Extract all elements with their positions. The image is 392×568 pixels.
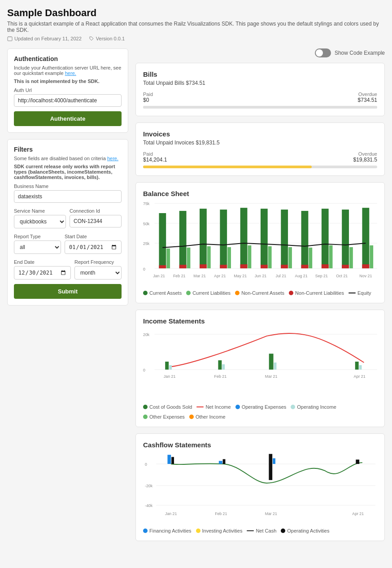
service-name-select[interactable]: quickbooks — [14, 215, 66, 228]
business-name-label: Business Name — [14, 184, 122, 189]
bills-card: Bills Total Unpaid Bills $734.51 Paid $0… — [135, 63, 385, 116]
bills-overdue: Overdue $734.51 — [358, 92, 377, 103]
code-toggle[interactable] — [315, 48, 331, 57]
start-date-input[interactable] — [65, 240, 122, 254]
start-date-col: Start Date — [65, 230, 122, 254]
bills-total: Total Unpaid Bills $734.51 — [143, 80, 377, 86]
invoices-paid-overdue: Paid $14,204.1 Overdue $19,831.5 — [143, 151, 377, 163]
svg-text:Apr 21: Apr 21 — [214, 274, 226, 278]
svg-rect-18 — [207, 246, 211, 268]
svg-rect-65 — [355, 362, 359, 370]
legend-noncurrent-liab: Non-Current Liabilities — [289, 290, 344, 296]
svg-rect-60 — [169, 365, 172, 370]
invoices-overdue: Overdue $19,831.5 — [353, 151, 377, 163]
svg-rect-33 — [309, 248, 312, 268]
svg-rect-59 — [165, 362, 169, 370]
authenticate-button[interactable]: Authenticate — [14, 111, 122, 126]
legend-cogs: Cost of Goods Sold — [143, 404, 192, 410]
legend-current-liab: Current Liabilities — [186, 290, 231, 296]
report-freq-label: Report Frequency — [74, 259, 122, 265]
svg-text:Mar 21: Mar 21 — [265, 374, 278, 379]
business-name-input[interactable] — [14, 190, 122, 203]
filters-link[interactable]: here. — [107, 156, 118, 161]
auth-url-input[interactable] — [14, 94, 122, 107]
bills-progress-inner — [143, 106, 377, 109]
balance-sheet-card: Balance Sheet 75k 50k 25k 0 — [135, 182, 385, 303]
svg-text:Apr 21: Apr 21 — [354, 374, 366, 379]
svg-text:Jan 21: Jan 21 — [164, 374, 176, 379]
svg-rect-78 — [171, 457, 174, 464]
invoices-progress — [143, 166, 377, 168]
auth-section: Authentication Include your Authenticati… — [7, 48, 128, 133]
service-name-label: Service Name — [14, 208, 66, 214]
svg-rect-31 — [281, 265, 288, 268]
svg-rect-20 — [220, 210, 227, 268]
code-toggle-label: Show Code Example — [335, 50, 385, 56]
svg-rect-83 — [356, 459, 359, 464]
auth-url-label: Auth Url — [14, 87, 122, 93]
svg-text:Sep 21: Sep 21 — [315, 274, 328, 278]
legend-net-income: Net Income — [196, 404, 231, 410]
submit-button[interactable]: Submit — [14, 284, 122, 299]
sidebar: Authentication Include your Authenticati… — [7, 48, 128, 547]
svg-rect-22 — [220, 265, 227, 268]
report-type-col: Report Type all — [14, 230, 61, 254]
filters-title: Filters — [14, 146, 122, 153]
auth-link[interactable]: here. — [65, 70, 76, 76]
svg-text:Jun 21: Jun 21 — [255, 274, 267, 278]
page-description: This is a quickstart example of a React … — [7, 21, 385, 33]
svg-rect-43 — [362, 264, 370, 268]
balance-sheet-legend: Current Assets Current Liabilities Non-C… — [143, 290, 377, 296]
svg-rect-62 — [222, 364, 225, 370]
svg-rect-77 — [167, 455, 171, 464]
svg-rect-12 — [166, 249, 170, 268]
svg-rect-63 — [269, 354, 274, 369]
svg-rect-24 — [248, 245, 251, 268]
svg-rect-13 — [159, 265, 166, 268]
legend-operating-activities: Operating Activities — [281, 528, 329, 533]
auth-title: Authentication — [14, 55, 122, 62]
svg-text:75k: 75k — [143, 201, 150, 206]
svg-rect-37 — [322, 264, 329, 268]
end-date-label: End Date — [14, 259, 71, 265]
calendar-icon — [7, 36, 13, 41]
balance-sheet-chart: 75k 50k 25k 0 — [143, 199, 377, 284]
svg-rect-15 — [187, 248, 191, 268]
legend-operating-expenses: Operating Expenses — [235, 404, 287, 410]
version-badge: Version 0.0.1 — [89, 36, 125, 41]
report-freq-select[interactable]: month — [74, 266, 122, 280]
service-col: Service Name quickbooks — [14, 205, 66, 228]
cashflow-title: Cashflow Statements — [143, 441, 377, 449]
legend-operating-income: Operating Income — [291, 404, 336, 410]
svg-text:-40k: -40k — [145, 503, 153, 508]
income-statements-title: Income Statements — [143, 317, 377, 325]
cashflow-legend: Financing Activities Investing Activitie… — [143, 528, 377, 533]
end-date-input[interactable] — [14, 266, 71, 280]
legend-equity: Equity — [348, 290, 371, 296]
svg-rect-34 — [301, 265, 309, 268]
svg-rect-79 — [219, 461, 222, 464]
svg-rect-17 — [200, 209, 207, 268]
report-type-select[interactable]: all — [14, 240, 61, 254]
header-meta: Updated on February 11, 2022 Version 0.0… — [7, 36, 385, 41]
svg-text:0: 0 — [145, 462, 147, 467]
connection-id-input[interactable] — [70, 215, 122, 227]
legend-noncurrent-assets: Non-Current Assets — [235, 290, 284, 296]
svg-text:May 21: May 21 — [234, 274, 247, 278]
svg-rect-25 — [240, 264, 248, 268]
svg-rect-26 — [261, 209, 268, 268]
bills-paid-overdue: Paid $0 Overdue $734.51 — [143, 92, 377, 103]
invoices-progress-inner — [143, 166, 312, 168]
svg-text:Aug 21: Aug 21 — [295, 274, 308, 278]
svg-text:0: 0 — [143, 368, 145, 372]
svg-text:Feb 21: Feb 21 — [214, 374, 227, 379]
svg-rect-82 — [273, 458, 275, 464]
svg-rect-32 — [301, 211, 309, 268]
updated-date: Updated on February 11, 2022 — [7, 36, 82, 41]
svg-rect-16 — [179, 265, 187, 268]
page-header: Sample Dashboard This is a quickstart ex… — [7, 7, 385, 41]
filters-section: Filters Some fields are disabled based o… — [7, 139, 128, 306]
top-bar: Show Code Example — [135, 48, 385, 57]
svg-text:Mar 21: Mar 21 — [265, 511, 277, 516]
svg-rect-42 — [370, 245, 373, 268]
